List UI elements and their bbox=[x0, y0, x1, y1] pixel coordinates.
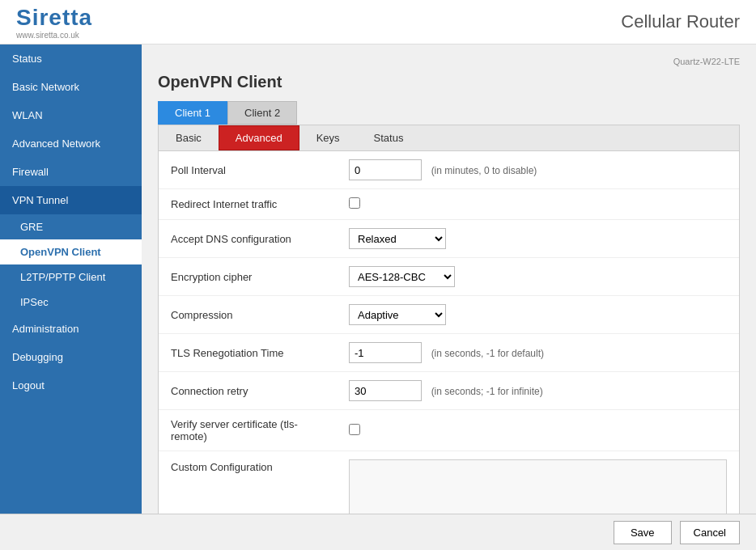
sidebar: Status Basic Network WLAN Advanced Netwo… bbox=[0, 44, 142, 550]
main-layout: Status Basic Network WLAN Advanced Netwo… bbox=[0, 44, 756, 550]
page-title: OpenVPN Client bbox=[158, 73, 740, 91]
compression-select[interactable]: Adaptive Yes No bbox=[349, 304, 446, 325]
sub-tab-basic[interactable]: Basic bbox=[159, 125, 219, 150]
header-title: Cellular Router bbox=[621, 11, 740, 32]
connection-retry-hint: (in seconds; -1 for infinite) bbox=[431, 386, 543, 397]
redirect-traffic-row: Redirect Internet traffic bbox=[159, 189, 739, 220]
footer: Save Cancel bbox=[0, 514, 756, 550]
sidebar-item-wlan[interactable]: WLAN bbox=[0, 101, 142, 129]
tls-renegotiation-hint: (in seconds, -1 for default) bbox=[431, 348, 544, 359]
sub-tab-advanced[interactable]: Advanced bbox=[219, 125, 299, 150]
verify-cert-label: Verify server certificate (tls-remote) bbox=[171, 418, 298, 442]
cancel-button[interactable]: Cancel bbox=[680, 521, 740, 544]
sidebar-item-openvpn-client[interactable]: OpenVPN Client bbox=[0, 239, 142, 264]
content-area: Quartz-W22-LTE OpenVPN Client Client 1 C… bbox=[142, 44, 756, 550]
device-label: Quartz-W22-LTE bbox=[158, 57, 740, 66]
redirect-traffic-label: Redirect Internet traffic bbox=[171, 198, 277, 210]
sidebar-item-ipsec[interactable]: IPSec bbox=[0, 290, 142, 315]
encryption-cipher-row: Encryption cipher AES-128-CBC AES-256-CB… bbox=[159, 258, 739, 296]
connection-retry-label: Connection retry bbox=[171, 385, 248, 397]
header: Siretta www.siretta.co.uk Cellular Route… bbox=[0, 0, 756, 44]
client-tabs: Client 1 Client 2 bbox=[158, 101, 740, 125]
accept-dns-select[interactable]: Relaxed Strict None bbox=[349, 228, 446, 249]
sidebar-item-firewall[interactable]: Firewall bbox=[0, 158, 142, 186]
form-table: Poll Interval (in minutes, 0 to disable)… bbox=[159, 151, 739, 550]
compression-label: Compression bbox=[171, 309, 233, 321]
form-panel: Basic Advanced Keys Status Poll Interval… bbox=[158, 125, 740, 550]
logo-name: Siretta bbox=[16, 5, 92, 31]
sidebar-item-status[interactable]: Status bbox=[0, 44, 142, 73]
logo-url: www.siretta.co.uk bbox=[16, 31, 92, 40]
sidebar-item-administration[interactable]: Administration bbox=[0, 315, 142, 343]
sidebar-item-gre[interactable]: GRE bbox=[0, 214, 142, 239]
logo-area: Siretta www.siretta.co.uk bbox=[16, 5, 92, 40]
tls-renegotiation-input[interactable] bbox=[349, 342, 422, 363]
verify-cert-row: Verify server certificate (tls-remote) bbox=[159, 410, 739, 451]
save-button[interactable]: Save bbox=[614, 521, 672, 544]
encryption-cipher-select[interactable]: AES-128-CBC AES-256-CBC BF-CBC DES-EDE3-… bbox=[349, 266, 455, 287]
sidebar-item-l2tp[interactable]: L2TP/PPTP Client bbox=[0, 264, 142, 290]
poll-interval-input[interactable] bbox=[349, 159, 422, 180]
poll-interval-label: Poll Interval bbox=[171, 164, 226, 176]
tls-renegotiation-row: TLS Renegotiation Time (in seconds, -1 f… bbox=[159, 334, 739, 372]
custom-config-label: Custom Configuration bbox=[171, 461, 273, 473]
tab-client-2[interactable]: Client 2 bbox=[227, 101, 297, 125]
verify-cert-checkbox[interactable] bbox=[349, 424, 360, 435]
poll-interval-hint: (in minutes, 0 to disable) bbox=[431, 165, 537, 176]
sidebar-item-advanced-network[interactable]: Advanced Network bbox=[0, 129, 142, 158]
accept-dns-row: Accept DNS configuration Relaxed Strict … bbox=[159, 220, 739, 258]
sidebar-item-debugging[interactable]: Debugging bbox=[0, 343, 142, 371]
accept-dns-label: Accept DNS configuration bbox=[171, 233, 291, 245]
sidebar-item-vpn-tunnel[interactable]: VPN Tunnel bbox=[0, 186, 142, 214]
encryption-cipher-label: Encryption cipher bbox=[171, 271, 252, 283]
redirect-traffic-checkbox[interactable] bbox=[349, 197, 360, 209]
compression-row: Compression Adaptive Yes No bbox=[159, 296, 739, 334]
connection-retry-input[interactable] bbox=[349, 380, 422, 401]
poll-interval-row: Poll Interval (in minutes, 0 to disable) bbox=[159, 151, 739, 189]
sidebar-item-basic-network[interactable]: Basic Network bbox=[0, 73, 142, 101]
tls-renegotiation-label: TLS Renegotiation Time bbox=[171, 347, 283, 359]
sub-tabs: Basic Advanced Keys Status bbox=[159, 125, 739, 151]
sub-tab-keys[interactable]: Keys bbox=[299, 125, 357, 150]
connection-retry-row: Connection retry (in seconds; -1 for inf… bbox=[159, 372, 739, 410]
tab-client-1[interactable]: Client 1 bbox=[158, 101, 227, 125]
sub-tab-status[interactable]: Status bbox=[357, 125, 421, 150]
sidebar-item-logout[interactable]: Logout bbox=[0, 371, 142, 400]
